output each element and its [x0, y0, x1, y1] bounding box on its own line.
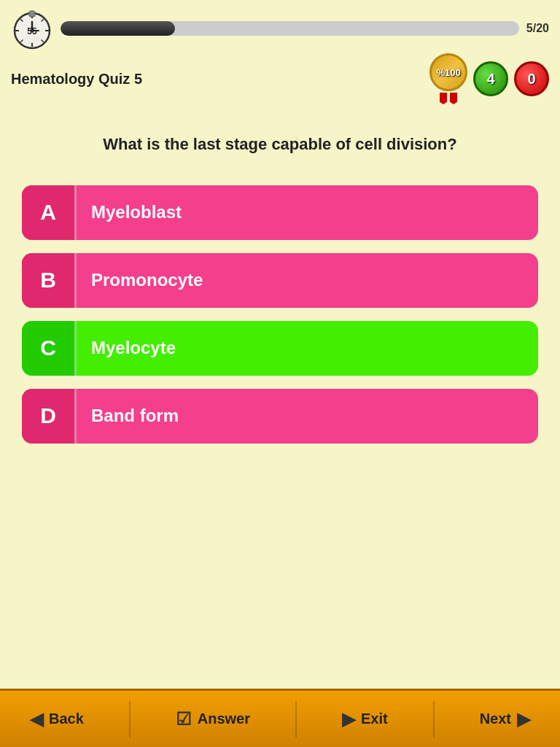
answer-letter-d: D: [22, 389, 77, 444]
header: 55 5/20: [0, 0, 560, 53]
score-correct-badge: 4: [473, 61, 508, 96]
answer-text-a: Myeloblast: [77, 202, 196, 222]
progress-bar-fill: [61, 21, 175, 36]
medal-circle: %100: [429, 53, 467, 91]
back-label: Back: [49, 711, 84, 727]
answer-button[interactable]: ☑ Answer: [161, 702, 265, 737]
nav-divider-1: [129, 701, 131, 738]
answer-text-b: Promonocyte: [77, 270, 217, 290]
exit-label: Exit: [361, 711, 388, 727]
svg-text:55: 55: [27, 26, 37, 36]
timer-clock-icon: 55: [11, 7, 53, 50]
svg-rect-12: [29, 11, 35, 17]
exit-icon: ▶: [342, 709, 355, 729]
question-counter: 5/20: [526, 22, 549, 35]
back-button[interactable]: ◀ Back: [15, 702, 98, 737]
medal-ribbon: [440, 93, 457, 104]
answer-option-d[interactable]: D Band form: [22, 389, 538, 444]
exit-button[interactable]: ▶ Exit: [327, 702, 402, 737]
badges-container: %100 4 0: [429, 53, 549, 104]
next-button[interactable]: Next ▶: [465, 702, 545, 737]
back-icon: ◀: [30, 709, 43, 729]
answer-text-d: Band form: [77, 406, 193, 426]
next-icon: ▶: [517, 709, 530, 729]
answers-area: A Myeloblast B Promonocyte C Myelocyte D…: [0, 171, 560, 458]
answer-letter-a: A: [22, 185, 77, 240]
question-text: What is the last stage capable of cell d…: [29, 133, 531, 156]
answer-letter-b: B: [22, 253, 77, 308]
question-area: What is the last stage capable of cell d…: [0, 112, 560, 171]
answer-option-b[interactable]: B Promonocyte: [22, 253, 538, 308]
timer-container: 55: [11, 7, 53, 50]
answer-option-a[interactable]: A Myeloblast: [22, 185, 538, 240]
nav-divider-3: [433, 701, 435, 738]
answer-icon: ☑: [176, 709, 192, 729]
progress-bar-container: [61, 21, 519, 36]
answer-letter-c: C: [22, 321, 77, 376]
answer-text-c: Myelocyte: [77, 338, 190, 358]
nav-divider-2: [295, 701, 297, 738]
quiz-title: Hematology Quiz 5: [11, 71, 142, 88]
bottom-nav: ◀ Back ☑ Answer ▶ Exit Next ▶: [0, 689, 560, 747]
progress-bar-track: [61, 21, 519, 36]
answer-label: Answer: [198, 711, 250, 727]
ribbon-right: [450, 93, 457, 104]
title-row: Hematology Quiz 5 %100 4 0: [0, 53, 560, 112]
medal-badge: %100: [429, 53, 467, 104]
answer-option-c[interactable]: C Myelocyte: [22, 321, 538, 376]
ribbon-left: [440, 93, 447, 104]
next-label: Next: [480, 711, 511, 727]
score-wrong-badge: 0: [514, 61, 549, 96]
